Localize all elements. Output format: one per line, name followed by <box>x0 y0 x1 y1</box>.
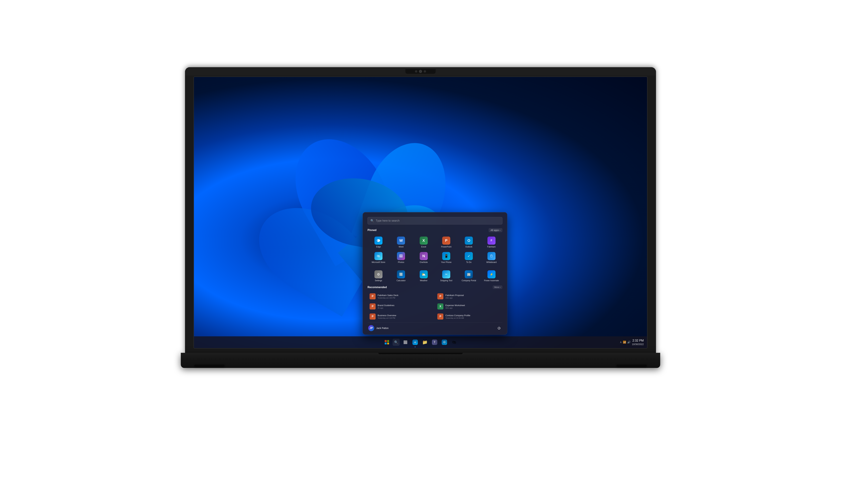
user-section: JP Jack Patton ⏻ <box>367 323 502 331</box>
windows-logo <box>385 340 389 344</box>
app-powerautomate[interactable]: ⚡ Power Automate <box>481 269 502 284</box>
app-weather[interactable]: ⛅ Weather <box>413 269 435 284</box>
outlook-label: Outlook <box>465 246 472 248</box>
hinge-bar <box>378 353 463 354</box>
taskbar-explorer[interactable]: 📁 <box>421 338 429 346</box>
taskbar-teams[interactable]: T <box>431 338 439 346</box>
rec-contoso-time: Yesterday at 10:36 AM <box>445 317 470 319</box>
user-avatar[interactable]: JP <box>368 325 374 331</box>
win-quad-4 <box>387 343 389 345</box>
start-button[interactable] <box>383 338 391 346</box>
app-edge[interactable]: Edge <box>367 235 389 250</box>
edge-icon <box>374 236 382 245</box>
taskbar-time-display: 2:32 PM <box>632 339 644 343</box>
rec-fabrikam-sales-name: Fabrikam Sales Deck <box>378 294 398 296</box>
onenote-label: OneNote <box>420 261 428 264</box>
rec-contoso-info: Contoso Company Profile Yesterday at 10:… <box>445 314 470 319</box>
taskbar-edge-dot <box>415 346 415 347</box>
recommended-grid: P Fabrikam Sales Deck Yesterday at 2:25 … <box>367 292 502 321</box>
app-calculator[interactable]: 🔢 Calculator <box>390 269 412 284</box>
taskbar-outlook[interactable]: O <box>440 338 448 346</box>
outlook-icon: O <box>465 236 473 245</box>
taskbar-edge[interactable]: e <box>411 338 419 346</box>
rec-business-icon: P <box>370 313 376 320</box>
volume-icon[interactable]: 🔊 <box>627 341 631 344</box>
powerautomate-label: Power Automate <box>484 280 499 282</box>
weather-icon: ⛅ <box>420 270 428 278</box>
rec-item-business[interactable]: P Business Overview Yesterday at 4:19 PM <box>367 312 435 321</box>
app-settings[interactable]: ⚙ Settings <box>367 269 389 284</box>
start-menu: 🔍 Type here to search Pinned All apps › <box>363 212 507 335</box>
weather-label: Weather <box>420 280 427 282</box>
companyportal-label: Company Portal <box>462 280 476 282</box>
webcam-dot <box>415 70 417 73</box>
laptop-container: 🔍 Type here to search Pinned All apps › <box>151 50 690 454</box>
app-word[interactable]: W Word <box>390 235 412 250</box>
pinned-title: Pinned <box>367 229 376 232</box>
rec-fabrikam-sales-info: Fabrikam Sales Deck Yesterday at 2:25 PM <box>378 294 398 299</box>
rec-expense-time: 42m ago <box>445 307 465 309</box>
search-icon: 🔍 <box>371 219 374 222</box>
chevron-up-icon[interactable]: ∧ <box>620 341 622 344</box>
recommended-title: Recommended <box>367 286 387 289</box>
foot-left <box>194 364 225 366</box>
powerautomate-icon: ⚡ <box>487 270 496 278</box>
rec-fabrikam-proposal-time: 23m ago <box>445 297 464 299</box>
app-onenote[interactable]: N OneNote <box>413 250 435 265</box>
foot-right <box>616 364 647 366</box>
rec-item-fabrikam-proposal[interactable]: P Fabrikam Proposal 23m ago <box>435 292 502 301</box>
app-msstore[interactable]: 🛍 Microsoft Store <box>367 250 389 265</box>
yourphone-icon: 📱 <box>442 252 450 260</box>
powerpoint-label: PowerPoint <box>441 246 451 248</box>
rec-fabrikam-proposal-icon: P <box>437 293 443 299</box>
app-photos[interactable]: 🖼 Photos <box>390 250 412 265</box>
app-excel[interactable]: X Excel <box>413 235 435 250</box>
taskbar-date-display: 10/30/2022 <box>632 343 644 346</box>
taskbar-search[interactable]: 🔍 <box>393 339 400 346</box>
taskbar-store[interactable]: 🛍 <box>450 338 458 346</box>
taskbar-clock[interactable]: 2:32 PM 10/30/2022 <box>632 339 644 346</box>
fabrikam-label: Fabrikam <box>487 246 496 248</box>
rec-brand-info: Brand Guidelines 2h ago <box>378 304 394 309</box>
rec-brand-name: Brand Guidelines <box>378 304 394 307</box>
all-apps-button[interactable]: All apps › <box>488 228 502 232</box>
recommended-more-button[interactable]: More › <box>493 285 502 289</box>
system-tray: ∧ 📶 🔊 <box>620 341 631 344</box>
webcam-notch <box>405 69 436 74</box>
pinned-apps-grid-2: ⚙ Settings 🔢 Calculator ⛅ <box>367 269 502 284</box>
msstore-icon: 🛍 <box>374 252 382 260</box>
laptop-body: 🔍 Type here to search Pinned All apps › <box>168 67 673 437</box>
rec-item-contoso[interactable]: P Contoso Company Profile Yesterday at 1… <box>435 312 502 321</box>
app-todo[interactable]: ✓ To Do <box>458 250 480 265</box>
app-outlook[interactable]: O Outlook <box>458 235 480 250</box>
laptop-screen: 🔍 Type here to search Pinned All apps › <box>193 76 648 348</box>
rec-item-expense[interactable]: X Expense Worksheet 42m ago <box>435 302 502 311</box>
wifi-icon[interactable]: 📶 <box>623 341 626 344</box>
taskview-button[interactable]: ⬜ <box>401 338 409 346</box>
base-feet <box>181 364 660 366</box>
app-powerpoint[interactable]: P PowerPoint <box>435 235 457 250</box>
rec-brand-time: 2h ago <box>378 307 394 309</box>
rec-fabrikam-sales-icon: P <box>370 293 376 299</box>
msstore-label: Microsoft Store <box>372 261 385 264</box>
webcam-camera <box>419 70 422 73</box>
screen-lid: 🔍 Type here to search Pinned All apps › <box>185 67 656 353</box>
snipping-label: Snipping Tool <box>440 280 452 282</box>
app-yourphone[interactable]: 📱 Your Phone <box>435 250 457 265</box>
excel-label: Excel <box>421 246 426 248</box>
win-quad-1 <box>385 340 387 342</box>
excel-icon: X <box>420 236 428 245</box>
power-button[interactable]: ⏻ <box>496 325 502 331</box>
recommended-header: Recommended More › <box>367 285 502 289</box>
rec-item-brand[interactable]: P Brand Guidelines 2h ago <box>367 302 435 311</box>
user-name: Jack Patton <box>376 327 389 329</box>
app-whiteboard[interactable]: 🗒 Whiteboard <box>481 250 502 265</box>
powerpoint-icon: P <box>442 236 450 245</box>
start-search-bar[interactable]: 🔍 Type here to search <box>367 217 502 224</box>
rec-item-fabrikam-sales[interactable]: P Fabrikam Sales Deck Yesterday at 2:25 … <box>367 292 435 301</box>
webcam-dot-2 <box>424 70 426 73</box>
app-companyportal[interactable]: 🏢 Company Portal <box>458 269 480 284</box>
rec-fabrikam-proposal-name: Fabrikam Proposal <box>445 294 464 296</box>
app-fabrikam[interactable]: F Fabrikam <box>481 235 502 250</box>
app-snipping[interactable]: ✂ Snipping Tool <box>435 269 457 284</box>
